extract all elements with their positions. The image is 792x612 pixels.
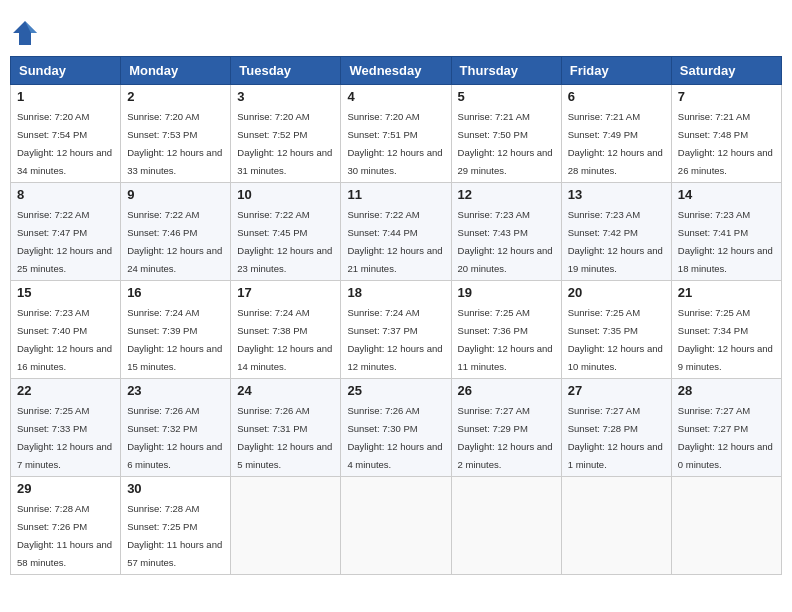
day-info: Sunrise: 7:23 AM Sunset: 7:41 PM Dayligh…	[678, 209, 773, 274]
day-number: 25	[347, 383, 444, 398]
day-number: 29	[17, 481, 114, 496]
calendar-cell: 21 Sunrise: 7:25 AM Sunset: 7:34 PM Dayl…	[671, 281, 781, 379]
day-number: 14	[678, 187, 775, 202]
day-info: Sunrise: 7:20 AM Sunset: 7:51 PM Dayligh…	[347, 111, 442, 176]
weekday-header-wednesday: Wednesday	[341, 57, 451, 85]
calendar-week-1: 1 Sunrise: 7:20 AM Sunset: 7:54 PM Dayli…	[11, 85, 782, 183]
calendar-cell: 22 Sunrise: 7:25 AM Sunset: 7:33 PM Dayl…	[11, 379, 121, 477]
day-number: 19	[458, 285, 555, 300]
calendar-cell: 23 Sunrise: 7:26 AM Sunset: 7:32 PM Dayl…	[121, 379, 231, 477]
calendar-cell: 13 Sunrise: 7:23 AM Sunset: 7:42 PM Dayl…	[561, 183, 671, 281]
calendar-table: SundayMondayTuesdayWednesdayThursdayFrid…	[10, 56, 782, 575]
day-number: 3	[237, 89, 334, 104]
day-number: 10	[237, 187, 334, 202]
page: SundayMondayTuesdayWednesdayThursdayFrid…	[10, 10, 782, 575]
day-number: 16	[127, 285, 224, 300]
day-number: 23	[127, 383, 224, 398]
day-number: 20	[568, 285, 665, 300]
weekday-header-tuesday: Tuesday	[231, 57, 341, 85]
day-info: Sunrise: 7:27 AM Sunset: 7:27 PM Dayligh…	[678, 405, 773, 470]
calendar-cell: 14 Sunrise: 7:23 AM Sunset: 7:41 PM Dayl…	[671, 183, 781, 281]
calendar-cell: 17 Sunrise: 7:24 AM Sunset: 7:38 PM Dayl…	[231, 281, 341, 379]
day-number: 6	[568, 89, 665, 104]
day-number: 7	[678, 89, 775, 104]
day-number: 28	[678, 383, 775, 398]
day-info: Sunrise: 7:26 AM Sunset: 7:32 PM Dayligh…	[127, 405, 222, 470]
weekday-header-sunday: Sunday	[11, 57, 121, 85]
calendar-cell: 12 Sunrise: 7:23 AM Sunset: 7:43 PM Dayl…	[451, 183, 561, 281]
calendar-cell: 20 Sunrise: 7:25 AM Sunset: 7:35 PM Dayl…	[561, 281, 671, 379]
day-number: 17	[237, 285, 334, 300]
day-info: Sunrise: 7:25 AM Sunset: 7:35 PM Dayligh…	[568, 307, 663, 372]
calendar-week-4: 22 Sunrise: 7:25 AM Sunset: 7:33 PM Dayl…	[11, 379, 782, 477]
calendar-week-3: 15 Sunrise: 7:23 AM Sunset: 7:40 PM Dayl…	[11, 281, 782, 379]
day-info: Sunrise: 7:21 AM Sunset: 7:49 PM Dayligh…	[568, 111, 663, 176]
calendar-body: 1 Sunrise: 7:20 AM Sunset: 7:54 PM Dayli…	[11, 85, 782, 575]
day-info: Sunrise: 7:20 AM Sunset: 7:54 PM Dayligh…	[17, 111, 112, 176]
day-number: 5	[458, 89, 555, 104]
day-number: 30	[127, 481, 224, 496]
calendar-cell: 18 Sunrise: 7:24 AM Sunset: 7:37 PM Dayl…	[341, 281, 451, 379]
day-info: Sunrise: 7:23 AM Sunset: 7:42 PM Dayligh…	[568, 209, 663, 274]
calendar-cell	[341, 477, 451, 575]
calendar-cell: 6 Sunrise: 7:21 AM Sunset: 7:49 PM Dayli…	[561, 85, 671, 183]
header	[10, 10, 782, 48]
logo	[10, 18, 44, 48]
day-info: Sunrise: 7:24 AM Sunset: 7:39 PM Dayligh…	[127, 307, 222, 372]
day-info: Sunrise: 7:24 AM Sunset: 7:38 PM Dayligh…	[237, 307, 332, 372]
calendar-cell: 30 Sunrise: 7:28 AM Sunset: 7:25 PM Dayl…	[121, 477, 231, 575]
calendar-cell: 1 Sunrise: 7:20 AM Sunset: 7:54 PM Dayli…	[11, 85, 121, 183]
day-info: Sunrise: 7:22 AM Sunset: 7:44 PM Dayligh…	[347, 209, 442, 274]
day-number: 26	[458, 383, 555, 398]
day-info: Sunrise: 7:27 AM Sunset: 7:28 PM Dayligh…	[568, 405, 663, 470]
day-number: 9	[127, 187, 224, 202]
calendar-cell: 7 Sunrise: 7:21 AM Sunset: 7:48 PM Dayli…	[671, 85, 781, 183]
weekday-header-thursday: Thursday	[451, 57, 561, 85]
weekday-header-monday: Monday	[121, 57, 231, 85]
calendar-cell: 4 Sunrise: 7:20 AM Sunset: 7:51 PM Dayli…	[341, 85, 451, 183]
day-info: Sunrise: 7:28 AM Sunset: 7:25 PM Dayligh…	[127, 503, 222, 568]
calendar-cell	[451, 477, 561, 575]
day-info: Sunrise: 7:22 AM Sunset: 7:46 PM Dayligh…	[127, 209, 222, 274]
logo-icon	[10, 18, 40, 48]
day-number: 15	[17, 285, 114, 300]
calendar-cell: 29 Sunrise: 7:28 AM Sunset: 7:26 PM Dayl…	[11, 477, 121, 575]
day-number: 13	[568, 187, 665, 202]
day-info: Sunrise: 7:26 AM Sunset: 7:30 PM Dayligh…	[347, 405, 442, 470]
day-number: 12	[458, 187, 555, 202]
day-info: Sunrise: 7:22 AM Sunset: 7:47 PM Dayligh…	[17, 209, 112, 274]
day-info: Sunrise: 7:22 AM Sunset: 7:45 PM Dayligh…	[237, 209, 332, 274]
day-info: Sunrise: 7:21 AM Sunset: 7:48 PM Dayligh…	[678, 111, 773, 176]
calendar-cell: 24 Sunrise: 7:26 AM Sunset: 7:31 PM Dayl…	[231, 379, 341, 477]
calendar-cell	[671, 477, 781, 575]
calendar-cell: 19 Sunrise: 7:25 AM Sunset: 7:36 PM Dayl…	[451, 281, 561, 379]
calendar-header-row: SundayMondayTuesdayWednesdayThursdayFrid…	[11, 57, 782, 85]
day-number: 24	[237, 383, 334, 398]
day-number: 11	[347, 187, 444, 202]
day-info: Sunrise: 7:28 AM Sunset: 7:26 PM Dayligh…	[17, 503, 112, 568]
calendar-cell: 3 Sunrise: 7:20 AM Sunset: 7:52 PM Dayli…	[231, 85, 341, 183]
day-info: Sunrise: 7:21 AM Sunset: 7:50 PM Dayligh…	[458, 111, 553, 176]
day-info: Sunrise: 7:25 AM Sunset: 7:33 PM Dayligh…	[17, 405, 112, 470]
calendar-cell: 28 Sunrise: 7:27 AM Sunset: 7:27 PM Dayl…	[671, 379, 781, 477]
calendar-cell: 25 Sunrise: 7:26 AM Sunset: 7:30 PM Dayl…	[341, 379, 451, 477]
day-info: Sunrise: 7:25 AM Sunset: 7:36 PM Dayligh…	[458, 307, 553, 372]
day-info: Sunrise: 7:23 AM Sunset: 7:43 PM Dayligh…	[458, 209, 553, 274]
weekday-header-saturday: Saturday	[671, 57, 781, 85]
day-info: Sunrise: 7:27 AM Sunset: 7:29 PM Dayligh…	[458, 405, 553, 470]
calendar-cell: 8 Sunrise: 7:22 AM Sunset: 7:47 PM Dayli…	[11, 183, 121, 281]
calendar-cell: 10 Sunrise: 7:22 AM Sunset: 7:45 PM Dayl…	[231, 183, 341, 281]
calendar-cell: 2 Sunrise: 7:20 AM Sunset: 7:53 PM Dayli…	[121, 85, 231, 183]
day-number: 4	[347, 89, 444, 104]
day-number: 21	[678, 285, 775, 300]
day-number: 18	[347, 285, 444, 300]
calendar-cell: 15 Sunrise: 7:23 AM Sunset: 7:40 PM Dayl…	[11, 281, 121, 379]
day-info: Sunrise: 7:25 AM Sunset: 7:34 PM Dayligh…	[678, 307, 773, 372]
day-number: 8	[17, 187, 114, 202]
calendar-week-2: 8 Sunrise: 7:22 AM Sunset: 7:47 PM Dayli…	[11, 183, 782, 281]
day-number: 2	[127, 89, 224, 104]
calendar-cell: 26 Sunrise: 7:27 AM Sunset: 7:29 PM Dayl…	[451, 379, 561, 477]
calendar-cell: 5 Sunrise: 7:21 AM Sunset: 7:50 PM Dayli…	[451, 85, 561, 183]
day-info: Sunrise: 7:20 AM Sunset: 7:53 PM Dayligh…	[127, 111, 222, 176]
day-info: Sunrise: 7:20 AM Sunset: 7:52 PM Dayligh…	[237, 111, 332, 176]
